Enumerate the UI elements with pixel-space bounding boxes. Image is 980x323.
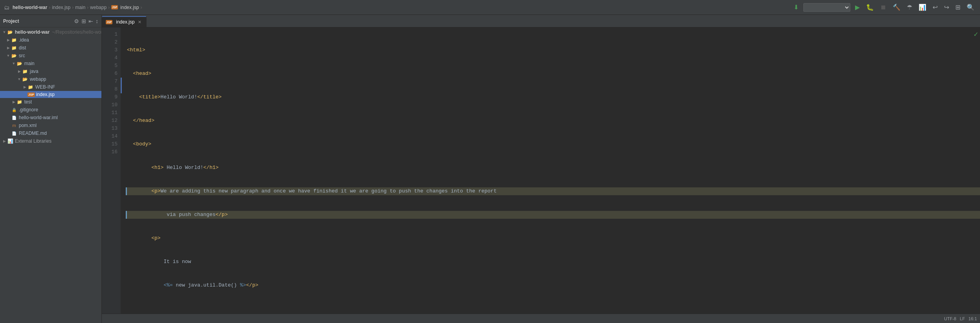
run-button[interactable]: ▶: [853, 3, 861, 12]
webapp-label: webapp: [30, 76, 46, 82]
idea-label: .idea: [19, 37, 29, 43]
breadcrumb-webapp: webapp: [90, 5, 107, 10]
sidebar-content: 📂 hello-world-war ~/Repositories/hello-w…: [0, 27, 101, 323]
src-arrow: [5, 54, 11, 58]
tree-gitignore[interactable]: 🔒 .gitignore: [0, 106, 101, 114]
iml-icon: 📄: [11, 114, 17, 121]
dist-folder-icon: 📁: [11, 45, 17, 51]
line-numbers: 1 2 3 4 5 6 7 8 9 10 11 12 13 14 15 16: [102, 27, 121, 314]
sidebar-settings-icon[interactable]: ⚙: [74, 18, 79, 24]
tree-test[interactable]: 📁 test: [0, 98, 101, 106]
sidebar-collapse-icon[interactable]: ⇤: [89, 18, 93, 24]
stop-button[interactable]: ⏹: [879, 3, 888, 12]
line-num-2: 2: [105, 38, 118, 46]
test-arrow: [11, 100, 16, 104]
java-label: java: [30, 69, 38, 74]
breadcrumb-main: main: [75, 5, 85, 10]
build-button[interactable]: 🔨: [891, 3, 902, 12]
src-folder-icon: 📂: [11, 53, 17, 59]
iml-label: hello-world-war.iml: [19, 115, 58, 120]
webinf-arrow: [22, 85, 27, 89]
tab-indexjsp[interactable]: JSP index.jsp ✕: [102, 16, 146, 27]
indexjsp-badge: JSP: [27, 93, 35, 97]
run-config-dropdown[interactable]: [803, 3, 850, 12]
line-num-4: 4: [105, 54, 118, 62]
vcs-update-button[interactable]: ⬇︎: [792, 3, 800, 12]
tree-pom[interactable]: m pom.xml: [0, 122, 101, 129]
sidebar-toolbar: ⚙ ⊞ ⇤ ↕: [74, 18, 98, 24]
webinf-folder-icon: 📁: [27, 84, 34, 90]
code-line-12: [127, 305, 980, 313]
line-num-13: 13: [105, 125, 118, 132]
tabs-bar: JSP index.jsp ✕: [102, 15, 980, 27]
tree-webapp[interactable]: 📂 webapp: [0, 75, 101, 83]
tree-indexjsp[interactable]: JSP index.jsp: [0, 91, 101, 98]
src-label: src: [19, 53, 25, 58]
status-text: UTF-8 LF 16:1: [944, 316, 977, 321]
test-folder-icon: 📁: [16, 99, 23, 105]
back-button[interactable]: ↩: [931, 3, 939, 12]
readme-label: README.md: [19, 131, 47, 136]
app-icon: 🗂: [4, 4, 9, 11]
java-folder-icon: 📁: [22, 68, 28, 74]
tab-label: index.jsp: [116, 19, 134, 25]
jsp-badge: JSP: [111, 5, 118, 9]
tree-readme[interactable]: 📄 README.md: [0, 129, 101, 137]
profile-button[interactable]: 📊: [917, 3, 928, 12]
tree-webinf[interactable]: 📁 WEB-INF: [0, 83, 101, 91]
code-line-3: <title>Hello World!</title>: [127, 93, 980, 101]
main-label: main: [24, 61, 34, 66]
pom-icon: m: [11, 122, 17, 129]
vcs-checkmark: ✓: [973, 31, 978, 38]
tree-java[interactable]: 📁 java: [0, 67, 101, 75]
webinf-label: WEB-INF: [35, 84, 55, 90]
code-line-1: <html>: [127, 46, 980, 54]
line-num-10: 10: [105, 101, 118, 109]
line-num-9: 9: [105, 93, 118, 101]
webapp-folder-icon: 📂: [22, 76, 28, 82]
breadcrumb: 🗂 hello-world-war › index.jsp › main › w…: [4, 4, 142, 11]
split-button[interactable]: ⊞: [954, 3, 962, 12]
title-bar: 🗂 hello-world-war › index.jsp › main › w…: [0, 0, 980, 15]
extlib-icon: 📊: [7, 138, 13, 144]
main-folder-icon: 📂: [16, 60, 23, 67]
extlib-label: External Libraries: [15, 138, 51, 144]
idea-folder-icon: 📁: [11, 37, 17, 43]
tree-main[interactable]: 📂 main: [0, 60, 101, 67]
line-num-12: 12: [105, 117, 118, 125]
breadcrumb-file: JSPindex.jsp: [111, 5, 139, 10]
line-num-7: 7: [105, 78, 118, 85]
breadcrumb-src: index.jsp: [52, 5, 71, 10]
line-num-15: 15: [105, 140, 118, 148]
tree-iml[interactable]: 📄 hello-world-war.iml: [0, 114, 101, 122]
tree-dist[interactable]: 📁 dist: [0, 44, 101, 52]
root-folder-icon: 📂: [7, 29, 13, 35]
java-arrow: [16, 69, 22, 73]
line-num-5: 5: [105, 62, 118, 70]
coverage-button[interactable]: ☂: [905, 3, 914, 12]
sidebar-layout-icon[interactable]: ⊞: [81, 18, 86, 24]
code-line-6: <h1> Hello World!</h1>: [127, 164, 980, 172]
test-label: test: [24, 99, 32, 105]
dist-arrow: [5, 46, 11, 50]
sidebar-title: Project: [3, 18, 19, 24]
tree-idea[interactable]: 📁 .idea: [0, 36, 101, 44]
sidebar-expand-icon[interactable]: ↕: [96, 18, 98, 24]
readme-icon: 📄: [11, 130, 17, 136]
debug-button[interactable]: 🐛: [864, 3, 875, 12]
gitignore-icon: 🔒: [11, 107, 17, 113]
forward-button[interactable]: ↪: [942, 3, 951, 12]
code-line-8: via push changes</p>: [126, 211, 980, 219]
line-num-6: 6: [105, 70, 118, 78]
find-button[interactable]: 🔍: [965, 3, 976, 12]
tree-root[interactable]: 📂 hello-world-war ~/Repositories/hello-w…: [0, 28, 101, 36]
main-arrow: [11, 62, 16, 65]
tree-src[interactable]: 📂 src: [0, 52, 101, 60]
code-line-7: <p>We are adding this new paragraph and …: [126, 187, 980, 195]
code-line-5: <body>: [127, 140, 980, 148]
indexjsp-label: index.jsp: [36, 92, 54, 97]
tree-external-libraries[interactable]: 📊 External Libraries: [0, 137, 101, 145]
breadcrumb-sep-1: ›: [49, 5, 51, 10]
tab-close-button[interactable]: ✕: [137, 20, 142, 25]
code-content[interactable]: <html> <head> <title>Hello World!</title…: [121, 27, 980, 314]
